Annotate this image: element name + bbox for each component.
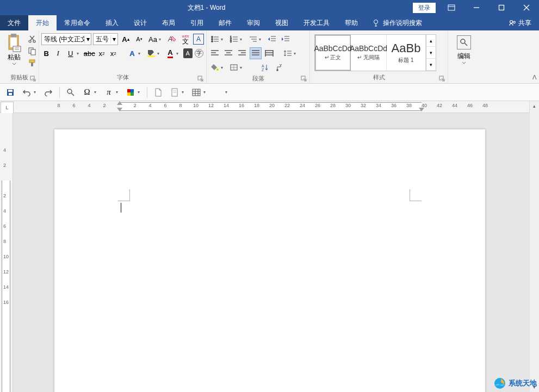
bold-button[interactable]: B bbox=[41, 47, 51, 59]
save-button[interactable] bbox=[3, 86, 17, 99]
svg-text:Z: Z bbox=[262, 68, 264, 71]
svg-point-18 bbox=[33, 40, 35, 42]
tell-me-search[interactable]: 操作说明搜索 bbox=[365, 15, 429, 30]
line-spacing-button[interactable] bbox=[282, 47, 294, 59]
distribute-button[interactable] bbox=[263, 47, 275, 59]
font-color-button[interactable]: A bbox=[164, 47, 176, 59]
svg-rect-27 bbox=[147, 55, 155, 57]
table-button[interactable] bbox=[189, 86, 203, 99]
align-center-button[interactable] bbox=[222, 47, 234, 59]
paragraph-launcher[interactable] bbox=[301, 74, 308, 82]
multilevel-button[interactable] bbox=[247, 33, 259, 45]
tab-help[interactable]: 帮助 bbox=[337, 15, 365, 30]
symbol-button[interactable]: Ω bbox=[80, 86, 94, 99]
scroll-up-button[interactable]: ▴ bbox=[530, 101, 539, 111]
login-button[interactable]: 登录 bbox=[413, 3, 436, 13]
hanging-indent-marker[interactable] bbox=[117, 108, 122, 111]
tab-design[interactable]: 设计 bbox=[126, 15, 154, 30]
font-family-combo[interactable]: 等线 (中文正文)▾ bbox=[41, 33, 91, 45]
align-right-button[interactable] bbox=[236, 47, 248, 59]
align-justify-button[interactable] bbox=[250, 47, 262, 59]
redo-button[interactable] bbox=[41, 86, 55, 99]
styles-scroll-down[interactable]: ▾ bbox=[426, 47, 436, 59]
tab-common[interactable]: 常用命令 bbox=[57, 15, 98, 30]
group-paragraph: ▾ 123▾ ▾ ▾ ▾ ▾ bbox=[207, 30, 310, 83]
styles-expand[interactable]: ▾ bbox=[426, 59, 436, 71]
text-effects-button[interactable]: A bbox=[126, 47, 138, 59]
enclose-char-button[interactable]: A bbox=[183, 48, 193, 58]
clear-format-button[interactable]: A bbox=[166, 33, 178, 45]
format-painter-button[interactable] bbox=[27, 58, 37, 68]
share-button[interactable]: 共享 bbox=[501, 15, 539, 30]
ruler-h-scale[interactable]: 8642246810121416182022242628303234363840… bbox=[54, 101, 539, 113]
qat-more-button[interactable] bbox=[211, 86, 225, 99]
subscript-button[interactable]: x2 bbox=[97, 47, 107, 59]
undo-button[interactable] bbox=[20, 86, 34, 99]
italic-button[interactable]: I bbox=[53, 47, 63, 59]
equation-button[interactable]: π bbox=[102, 86, 116, 99]
tab-selector[interactable]: L bbox=[1, 102, 14, 114]
increase-indent-button[interactable] bbox=[280, 33, 292, 45]
shading-button[interactable] bbox=[209, 61, 221, 73]
collapse-ribbon-button[interactable]: ᐱ bbox=[532, 74, 537, 81]
tab-reference[interactable]: 引用 bbox=[183, 15, 211, 30]
tab-layout[interactable]: 布局 bbox=[154, 15, 183, 30]
ribbon-display-options-button[interactable] bbox=[439, 0, 464, 15]
minimize-button[interactable] bbox=[464, 0, 489, 15]
style-normal[interactable]: AaBbCcDd ↵ 正文 bbox=[315, 35, 351, 71]
align-left-button[interactable] bbox=[209, 47, 221, 59]
superscript-button[interactable]: x2 bbox=[108, 47, 118, 59]
color-button[interactable] bbox=[123, 86, 138, 99]
page[interactable] bbox=[54, 129, 485, 392]
font-launcher[interactable] bbox=[197, 74, 205, 82]
tab-home[interactable]: 开始 bbox=[28, 15, 57, 30]
char-shading-button[interactable]: 字 bbox=[194, 47, 204, 59]
shrink-font-button[interactable]: A▾ bbox=[133, 33, 145, 45]
grow-font-button[interactable]: A▴ bbox=[120, 33, 132, 45]
underline-button[interactable]: U bbox=[65, 47, 77, 59]
show-marks-button[interactable] bbox=[273, 61, 285, 73]
tab-review[interactable]: 审阅 bbox=[239, 15, 268, 30]
strike-button[interactable]: abc bbox=[84, 47, 95, 59]
ruler-vertical[interactable]: 42246810121416 bbox=[0, 113, 13, 392]
svg-rect-13 bbox=[10, 38, 17, 47]
title-bar: 文档1 - Word 登录 bbox=[0, 0, 539, 15]
styles-launcher[interactable] bbox=[439, 74, 447, 82]
tab-mail[interactable]: 邮件 bbox=[211, 15, 239, 30]
paste-button[interactable]: 粘贴 bbox=[2, 32, 26, 67]
vertical-scrollbar[interactable]: ▴ ▾ bbox=[529, 101, 539, 392]
font-size-combo[interactable]: 五号▾ bbox=[93, 33, 118, 45]
new-doc-button[interactable] bbox=[151, 86, 165, 99]
tab-dev[interactable]: 开发工具 bbox=[296, 15, 337, 30]
clipboard-launcher[interactable] bbox=[30, 74, 38, 82]
cut-button[interactable] bbox=[27, 34, 37, 44]
sort-button[interactable]: AZ bbox=[259, 61, 271, 73]
bullets-button[interactable] bbox=[209, 33, 221, 45]
phonetic-guide-button[interactable]: wén文 bbox=[179, 33, 191, 45]
styles-scroll-up[interactable]: ▴ bbox=[426, 35, 436, 47]
svg-rect-14 bbox=[13, 46, 21, 52]
zoom-button[interactable] bbox=[64, 86, 78, 99]
page-setup-button[interactable] bbox=[168, 86, 182, 99]
tab-insert[interactable]: 插入 bbox=[98, 15, 126, 30]
maximize-button[interactable] bbox=[489, 0, 514, 15]
change-case-button[interactable]: Aa bbox=[147, 33, 159, 45]
char-border-button[interactable]: A bbox=[193, 34, 204, 45]
style-heading1[interactable]: AaBb 标题 1 bbox=[387, 35, 426, 71]
highlight-button[interactable] bbox=[145, 47, 157, 59]
styles-scroll: ▴ ▾ ▾ bbox=[426, 35, 436, 71]
svg-point-29 bbox=[212, 36, 213, 38]
tab-view[interactable]: 视图 bbox=[268, 15, 296, 30]
copy-button[interactable] bbox=[27, 46, 37, 56]
borders-button[interactable] bbox=[228, 61, 240, 73]
decrease-indent-button[interactable] bbox=[266, 33, 278, 45]
style-nospacing[interactable]: AaBbCcDd ↵ 无间隔 bbox=[351, 35, 387, 71]
numbering-button[interactable]: 123 bbox=[228, 33, 240, 45]
first-line-indent-marker[interactable] bbox=[117, 101, 122, 105]
right-indent-marker[interactable] bbox=[419, 108, 424, 111]
group-font: 等线 (中文正文)▾ 五号▾ A▴ A▾ Aa▾ A wén文 A B I U▾… bbox=[39, 30, 207, 83]
svg-rect-76 bbox=[277, 70, 278, 71]
find-button[interactable]: 编辑 bbox=[450, 32, 478, 69]
tab-file[interactable]: 文件 bbox=[0, 15, 28, 30]
close-button[interactable] bbox=[514, 0, 539, 15]
